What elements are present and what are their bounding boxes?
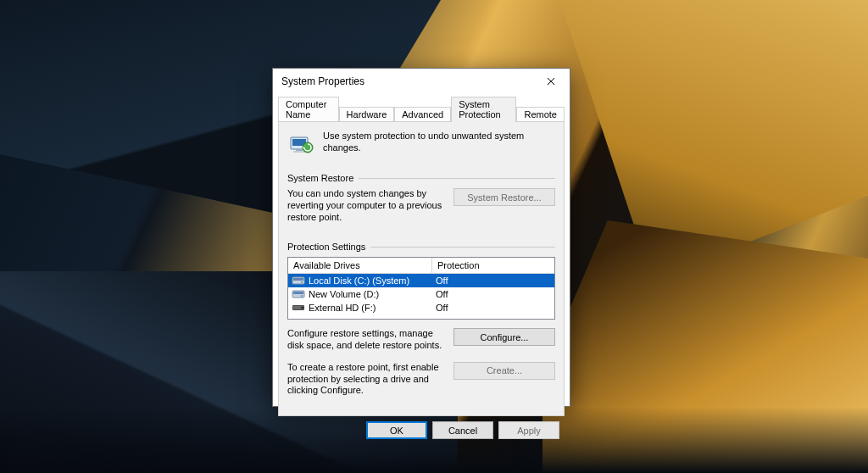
- svg-point-7: [301, 281, 303, 283]
- tab-page-system-protection: Use system protection to undo unwanted s…: [278, 121, 565, 416]
- drive-protection: Off: [436, 289, 551, 299]
- intro-row: Use system protection to undo unwanted s…: [287, 131, 555, 158]
- drive-name: External HD (F:): [309, 303, 436, 313]
- drive-row[interactable]: External HD (F:)Off: [288, 301, 554, 314]
- svg-rect-9: [293, 292, 303, 294]
- drive-icon: [292, 289, 305, 299]
- create-text: To create a restore point, first enable …: [287, 362, 445, 397]
- close-button[interactable]: [532, 69, 570, 94]
- drive-name: New Volume (D:): [309, 289, 436, 299]
- drive-row[interactable]: New Volume (D:)Off: [288, 287, 554, 301]
- cancel-button[interactable]: Cancel: [432, 421, 493, 439]
- configure-text: Configure restore settings, manage disk …: [287, 328, 445, 352]
- tabstrip: Computer Name Hardware Advanced System P…: [273, 94, 570, 121]
- column-protection[interactable]: Protection: [432, 258, 554, 273]
- column-available-drives[interactable]: Available Drives: [288, 258, 432, 273]
- desktop-wallpaper: System Properties Computer Name Hardware…: [0, 0, 868, 473]
- titlebar[interactable]: System Properties: [273, 69, 570, 94]
- drive-icon: [292, 275, 305, 286]
- dialog-button-bar: OK Cancel Apply: [273, 421, 570, 448]
- tab-system-protection[interactable]: System Protection: [451, 97, 516, 122]
- svg-rect-2: [296, 149, 303, 151]
- tab-remote[interactable]: Remote: [516, 107, 565, 122]
- svg-rect-3: [293, 151, 305, 153]
- drives-header: Available Drives Protection: [288, 258, 554, 274]
- tab-hardware[interactable]: Hardware: [339, 107, 395, 122]
- intro-text: Use system protection to undo unwanted s…: [323, 131, 555, 154]
- drive-icon: [292, 303, 305, 313]
- svg-point-10: [301, 295, 303, 297]
- divider: [359, 178, 555, 179]
- create-button[interactable]: Create...: [453, 362, 555, 380]
- svg-rect-13: [301, 307, 303, 309]
- tab-advanced[interactable]: Advanced: [394, 107, 451, 122]
- configure-button[interactable]: Configure...: [453, 328, 555, 346]
- ok-button[interactable]: OK: [366, 421, 427, 439]
- group-title-system-restore: System Restore: [287, 173, 353, 183]
- apply-button[interactable]: Apply: [498, 421, 559, 439]
- system-restore-text: You can undo system changes by reverting…: [287, 188, 445, 223]
- group-title-protection-settings: Protection Settings: [287, 242, 365, 252]
- drive-row[interactable]: Local Disk (C:) (System)Off: [288, 274, 554, 287]
- drives-list[interactable]: Available Drives Protection Local Disk (…: [287, 257, 555, 320]
- tab-computer-name[interactable]: Computer Name: [278, 97, 339, 122]
- group-system-restore: System Restore You can undo system chang…: [287, 173, 555, 223]
- group-protection-settings: Protection Settings Available Drives Pro…: [287, 242, 555, 397]
- drive-name: Local Disk (C:) (System): [309, 275, 436, 286]
- system-properties-dialog: System Properties Computer Name Hardware…: [272, 68, 570, 407]
- svg-rect-6: [293, 278, 303, 281]
- drive-protection: Off: [436, 303, 551, 313]
- window-title: System Properties: [281, 75, 532, 87]
- drive-protection: Off: [436, 275, 551, 286]
- close-icon: [547, 77, 555, 86]
- system-restore-button[interactable]: System Restore...: [453, 188, 555, 206]
- divider: [370, 247, 555, 248]
- system-protection-icon: [287, 131, 314, 158]
